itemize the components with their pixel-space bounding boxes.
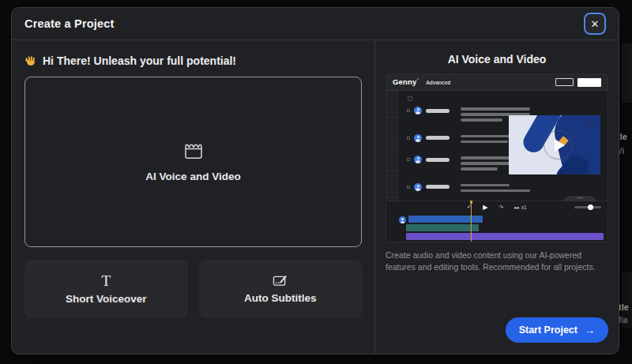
speaker-avatar xyxy=(399,216,406,223)
project-type-card-ai-voice-video[interactable]: AI Voice and Video xyxy=(24,77,362,247)
preview-sidebar xyxy=(386,91,398,201)
speaker-avatar xyxy=(414,156,422,163)
fast-forward-icon: ▸▸ xyxy=(514,205,520,211)
preview-main-area xyxy=(386,91,608,201)
row-checkbox xyxy=(407,137,410,140)
illustration-dots xyxy=(584,119,596,128)
start-project-button[interactable]: Start Project → xyxy=(506,317,608,343)
timeline-playhead xyxy=(471,201,472,242)
modal-header: Create a Project ✕ xyxy=(12,8,619,40)
preview-solid-button xyxy=(577,78,601,87)
video-thumbnail xyxy=(509,115,600,174)
speaker-avatar xyxy=(414,134,422,142)
speaker-name-pill xyxy=(426,185,450,189)
create-project-modal: Create a Project ✕ xyxy=(11,7,619,355)
preview-timeline xyxy=(386,213,608,242)
play-button-overlay xyxy=(544,130,573,159)
text-placeholder-lines xyxy=(461,184,530,193)
close-icon: ✕ xyxy=(591,19,600,29)
arrow-right-icon: → xyxy=(585,325,595,336)
text-t-icon: T xyxy=(101,273,111,288)
speaker-avatar xyxy=(414,107,422,114)
speaker-name-pill xyxy=(426,158,450,162)
background-text-fragment: tle xyxy=(619,302,629,312)
preview-topbar-actions xyxy=(555,78,601,87)
subtitles-edit-icon xyxy=(273,274,288,287)
waving-hand-icon xyxy=(24,54,37,67)
start-project-label: Start Project xyxy=(519,325,577,336)
speaker-name-pill xyxy=(426,109,450,113)
play-icon xyxy=(555,139,565,152)
app-background: tle Vi tle fia Create a Project ✕ xyxy=(0,0,632,364)
background-text-fragment: fia xyxy=(619,316,628,325)
play-icon: ▶ xyxy=(483,205,487,211)
redo-icon: ↷ xyxy=(498,205,503,210)
background-panel-fragment xyxy=(622,43,632,103)
detail-heading: AI Voice and Video xyxy=(386,53,608,66)
project-description: Create audio and video content using our… xyxy=(386,250,608,273)
modal-footer: Start Project → xyxy=(386,317,608,343)
row-checkbox xyxy=(407,186,410,189)
project-type-card-short-voiceover[interactable]: T Short Voiceover xyxy=(24,260,188,318)
preview-topbar: Genny° Advanced xyxy=(386,74,608,91)
timeline-track-audio xyxy=(406,224,479,231)
project-type-label: AI Voice and Video xyxy=(145,171,240,182)
transcript-row xyxy=(407,183,608,193)
speed-label: x1 xyxy=(521,205,527,210)
project-options-panel: Hi There! Unleash your full potential! A… xyxy=(12,40,374,354)
timeline-track-video xyxy=(406,233,604,240)
close-button[interactable]: ✕ xyxy=(584,13,606,35)
project-type-card-auto-subtitles[interactable]: Auto Subtitles xyxy=(199,260,363,318)
greeting-text: Hi There! Unleash your full potential! xyxy=(43,54,236,67)
zoom-slider xyxy=(574,206,601,208)
modal-body: Hi There! Unleash your full potential! A… xyxy=(12,40,619,354)
playback-speed: ▸▸ x1 xyxy=(514,205,526,211)
speaker-name-pill xyxy=(426,136,450,140)
project-type-label: Short Voiceover xyxy=(66,293,147,305)
preview-playback-controls: ↶ ▶ ↷ ▸▸ x1 xyxy=(386,201,608,213)
genny-app-preview-image: Genny° Advanced xyxy=(386,73,608,242)
project-detail-panel: AI Voice and Video Genny° Advanced xyxy=(375,40,619,354)
speaker-avatar xyxy=(414,183,422,191)
greeting: Hi There! Unleash your full potential! xyxy=(24,54,362,67)
row-checkbox xyxy=(407,109,410,112)
slider-knob xyxy=(588,205,593,210)
preview-clipboard-icon xyxy=(408,96,412,101)
clapperboard-icon xyxy=(183,142,204,159)
secondary-options-row: T Short Voiceover Auto Subtitles xyxy=(24,260,362,318)
genny-logo: Genny° xyxy=(393,77,419,86)
preview-mode-label: Advanced xyxy=(426,80,450,85)
row-checkbox xyxy=(407,158,410,161)
preview-outline-button xyxy=(555,78,574,86)
project-type-label: Auto Subtitles xyxy=(244,292,317,304)
modal-title: Create a Project xyxy=(24,17,115,30)
